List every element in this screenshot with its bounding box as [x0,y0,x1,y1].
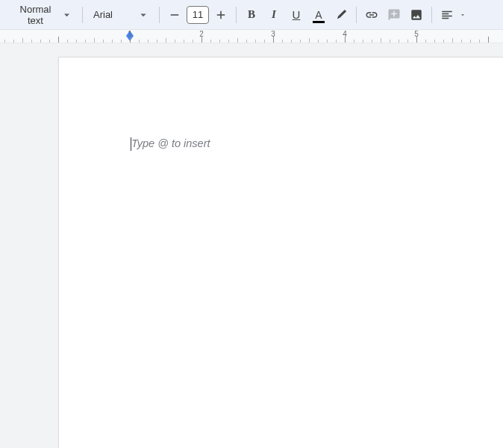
horizontal-ruler[interactable]: 112345 [0,30,503,43]
add-comment-button[interactable] [384,4,404,25]
font-family-dropdown[interactable]: Arial [87,4,154,25]
formatting-toolbar: Normal text Arial B I U A [0,0,503,30]
ruler-tick [470,40,471,43]
ruler-tick [112,40,113,43]
ruler-tick [336,40,337,43]
ruler-tick [31,40,32,43]
ruler-tick [443,40,444,43]
toolbar-separator [431,7,432,23]
ruler-tick [49,40,50,43]
italic-button[interactable]: I [263,4,284,25]
ruler-tick [148,40,149,43]
toolbar-separator [159,7,160,23]
ruler-track: 112345 [58,30,503,43]
ruler-tick [121,40,122,43]
ruler-tick [139,40,140,43]
underline-button[interactable]: U [286,4,307,25]
font-size-group [164,4,231,25]
insert-link-button[interactable] [361,4,382,25]
toolbar-separator [82,7,83,23]
ruler-tick [354,40,354,43]
link-icon [365,8,378,22]
ruler-tick [291,40,292,43]
ruler-tick [184,40,184,43]
insert-image-button[interactable] [406,4,427,25]
text-color-swatch [313,21,325,23]
ruler-tick [228,40,229,43]
decrease-font-size-button[interactable] [164,4,185,25]
comment-plus-icon [387,8,401,22]
font-family-label: Arial [93,9,113,20]
ruler-label: 4 [343,30,347,38]
ruler-tick [4,40,5,43]
ruler-tick [193,40,193,43]
ruler-tick [399,40,399,43]
ruler-tick [103,40,104,43]
text-color-button[interactable]: A [308,4,329,25]
ruler-tick [282,40,283,43]
minus-icon [168,8,181,22]
ruler-tick [309,38,310,43]
ruler-tick [390,40,390,43]
document-page[interactable]: Type @ to insert [58,57,503,448]
toolbar-separator [356,7,357,23]
ruler-tick [479,40,480,43]
paragraph-style-label: Normal text [12,4,59,26]
ruler-tick [219,40,220,43]
ruler-tick [76,40,77,43]
align-button[interactable] [437,4,457,25]
ruler-tick [407,40,408,43]
ruler-label: 3 [271,30,275,38]
ruler-tick [488,37,489,43]
increase-font-size-button[interactable] [210,4,231,25]
ruler-tick [327,40,328,43]
document-body[interactable]: Type @ to insert [131,137,503,151]
highlight-color-button[interactable] [331,4,352,25]
font-size-input[interactable] [187,6,209,24]
ruler-tick [13,40,14,43]
ruler-tick [363,40,363,43]
ruler-label: 2 [199,30,204,38]
ruler-tick [210,40,211,43]
ruler-tick [300,40,301,43]
ruler-tick [166,38,166,43]
highlighter-icon [334,8,348,22]
plus-icon [214,8,228,22]
ruler-label: 5 [414,30,419,38]
ruler-tick [264,40,265,43]
ruler-tick [22,38,23,43]
ruler-tick [255,40,256,43]
ruler-tick [67,40,68,43]
ruler-tick [246,40,247,43]
ruler-tick [94,38,95,43]
align-dropdown[interactable] [437,4,466,25]
document-workspace: Type @ to insert [0,43,503,448]
image-icon [410,8,423,22]
ruler-tick [452,38,453,43]
align-left-icon [440,8,454,22]
ruler-tick [381,38,381,43]
text-color-icon: A [315,9,322,21]
placeholder-text: Type @ to insert [131,137,210,149]
paragraph-style-dropdown[interactable]: Normal text [6,4,78,25]
ruler-tick [372,40,372,43]
ruler-tick [461,40,462,43]
ruler-tick [85,40,86,43]
chevron-down-icon [60,8,73,22]
ruler-tick [175,40,175,43]
ruler-label: 1 [128,30,132,38]
ruler-tick [434,40,435,43]
ruler-tick [157,40,157,43]
toolbar-separator [236,7,237,23]
ruler-tick [58,37,59,43]
ruler-tick [318,40,319,43]
bold-button[interactable]: B [241,4,262,25]
ruler-tick [425,40,426,43]
chevron-down-icon [459,11,466,19]
ruler-tick [237,38,238,43]
ruler-tick [40,40,41,43]
chevron-down-icon [137,8,150,22]
